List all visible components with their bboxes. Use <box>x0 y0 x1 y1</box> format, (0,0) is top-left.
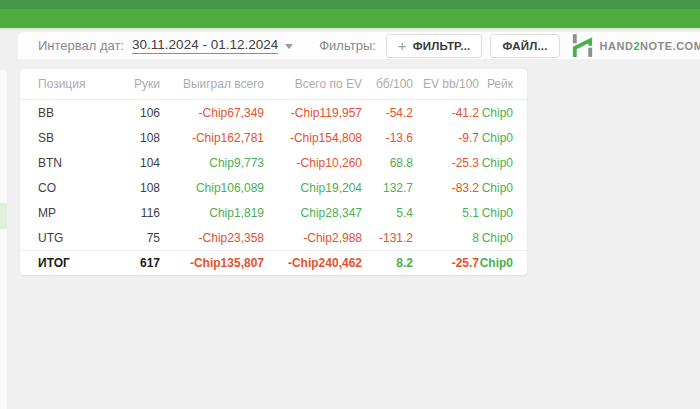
cell-won-total: -Chip135,807 <box>160 256 264 270</box>
filter-button-label: ФИЛЬТР... <box>413 40 471 52</box>
cell-won-total: Chip9,773 <box>160 156 264 170</box>
cell-bb-100: 8.2 <box>362 256 413 270</box>
cell-ev-total: Chip19,204 <box>264 181 362 195</box>
cell-position: ИТОГ <box>20 256 104 270</box>
chevron-down-icon[interactable] <box>285 44 293 49</box>
cell-hands: 108 <box>104 131 160 145</box>
cell-ev-total: -Chip154,808 <box>264 131 362 145</box>
toolbar-panel: Интервал дат: 30.11.2024 - 01.12.2024 Фи… <box>18 32 700 59</box>
cell-ev-bb-100: 8 <box>413 231 479 245</box>
cell-won-total: Chip1,819 <box>160 206 264 220</box>
table-row: CO108Chip106,089Chip19,204132.7-83.2Chip… <box>20 175 527 200</box>
cell-ev-bb-100: -83.2 <box>413 181 479 195</box>
cell-ev-bb-100: -25.7 <box>413 256 479 270</box>
files-button[interactable]: ФАЙЛ... <box>490 34 559 58</box>
cell-position: BB <box>20 106 104 120</box>
table-row: MP116Chip1,819Chip28,3475.45.1Chip0 <box>20 200 527 225</box>
cell-hands: 617 <box>104 256 160 270</box>
filter-button[interactable]: + ФИЛЬТР... <box>386 34 483 58</box>
column-header-position[interactable]: Позиция <box>20 77 104 91</box>
cell-ev-bb-100: -41.2 <box>413 106 479 120</box>
cell-ev-total: Chip28,347 <box>264 206 362 220</box>
cell-hands: 106 <box>104 106 160 120</box>
table-row: SB108-Chip162,781-Chip154,808-13.6-9.7Ch… <box>20 125 527 150</box>
cell-rake: Chip0 <box>479 206 527 220</box>
cell-ev-total: -Chip2,988 <box>264 231 362 245</box>
table-header-row: ПозицияРукиВыиграл всегоВсего по EVбб/10… <box>20 69 527 100</box>
cell-rake: Chip0 <box>479 106 527 120</box>
plus-icon: + <box>398 38 407 53</box>
cell-bb-100: 68.8 <box>362 156 413 170</box>
left-edge-strip <box>0 70 7 409</box>
files-button-label: ФАЙЛ... <box>502 40 547 52</box>
positions-report-table: ПозицияРукиВыиграл всегоВсего по EVбб/10… <box>20 69 527 275</box>
left-edge-green-patch <box>0 203 7 229</box>
cell-ev-bb-100: -9.7 <box>413 131 479 145</box>
cell-hands: 108 <box>104 181 160 195</box>
cell-rake: Chip0 <box>479 256 527 270</box>
column-header-ev-total[interactable]: Всего по EV <box>264 77 362 91</box>
filters-label: Фильтры: <box>319 38 376 53</box>
table-body: BB106-Chip67,349-Chip119,957-54.2-41.2Ch… <box>20 100 527 275</box>
cell-rake: Chip0 <box>479 131 527 145</box>
date-range-value: 30.11.2024 - 01.12.2024 <box>132 37 278 54</box>
cell-position: CO <box>20 181 104 195</box>
cell-hands: 104 <box>104 156 160 170</box>
cell-rake: Chip0 <box>479 231 527 245</box>
cell-position: UTG <box>20 231 104 245</box>
cell-won-total: Chip106,089 <box>160 181 264 195</box>
column-header-bb-100[interactable]: бб/100 <box>362 77 413 91</box>
cell-ev-total: -Chip10,260 <box>264 156 362 170</box>
hand2note-logo-text: HAND2NOTE.COM <box>600 40 700 52</box>
cell-rake: Chip0 <box>479 181 527 195</box>
cell-bb-100: -54.2 <box>362 106 413 120</box>
cell-won-total: -Chip162,781 <box>160 131 264 145</box>
column-header-rake[interactable]: Рейк <box>479 77 527 91</box>
cell-bb-100: 132.7 <box>362 181 413 195</box>
date-range-dropdown[interactable]: 30.11.2024 - 01.12.2024 <box>132 37 293 54</box>
table-row: BB106-Chip67,349-Chip119,957-54.2-41.2Ch… <box>20 100 527 125</box>
table-row: ИТОГ617-Chip135,807-Chip240,4628.2-25.7C… <box>20 250 527 275</box>
cell-ev-total: -Chip240,462 <box>264 256 362 270</box>
top-bar-bright <box>0 9 700 30</box>
column-header-won-total[interactable]: Выиграл всего <box>160 77 264 91</box>
cell-position: SB <box>20 131 104 145</box>
hand2note-logo-icon <box>572 34 593 57</box>
cell-rake: Chip0 <box>479 156 527 170</box>
cell-hands: 116 <box>104 206 160 220</box>
cell-ev-bb-100: -25.3 <box>413 156 479 170</box>
cell-bb-100: 5.4 <box>362 206 413 220</box>
cell-bb-100: -13.6 <box>362 131 413 145</box>
cell-won-total: -Chip67,349 <box>160 106 264 120</box>
table-row: BTN104Chip9,773-Chip10,26068.8-25.3Chip0 <box>20 150 527 175</box>
column-header-ev-bb-100[interactable]: EV bb/100 <box>413 77 479 91</box>
column-header-hands[interactable]: Руки <box>104 77 160 91</box>
table-row: UTG75-Chip23,358-Chip2,988-131.28Chip0 <box>20 225 527 250</box>
cell-position: BTN <box>20 156 104 170</box>
hand2note-logo[interactable]: HAND2NOTE.COM <box>572 34 700 57</box>
cell-hands: 75 <box>104 231 160 245</box>
cell-ev-total: -Chip119,957 <box>264 106 362 120</box>
cell-position: MP <box>20 206 104 220</box>
date-interval-label: Интервал дат: <box>38 38 124 53</box>
cell-bb-100: -131.2 <box>362 231 413 245</box>
cell-ev-bb-100: 5.1 <box>413 206 479 220</box>
cell-won-total: -Chip23,358 <box>160 231 264 245</box>
top-bar-dark <box>0 0 700 9</box>
